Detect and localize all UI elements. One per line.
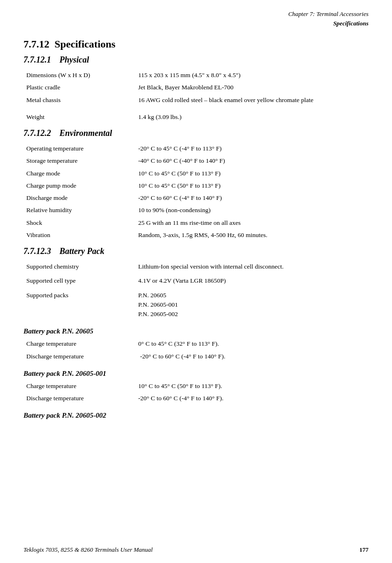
- spec-value: 1.4 kg (3.09 lbs.): [129, 107, 368, 123]
- table-row: Plastic cradleJet Black, Bayer Makroblen…: [24, 82, 368, 93]
- table-row: Weight1.4 kg (3.09 lbs.): [24, 107, 368, 123]
- spec-label: Storage temperature: [24, 155, 128, 167]
- spec-label: Operating temperature: [24, 143, 128, 154]
- physical-spec-table: Dimensions (W x H x D)115 x 203 x 115 mm…: [24, 69, 368, 124]
- section-7712-title: 7.7.12 Specifications: [24, 38, 368, 50]
- battery-subsection-1: Battery pack P.N. 20605-001Charge temper…: [24, 370, 368, 405]
- spec-value: 10 to 90% (non-condensing): [129, 205, 368, 216]
- table-row: Supported packsP.N. 20605P.N. 20605-001P…: [24, 288, 368, 320]
- battery-subsection-table-1: Charge temperature10° C to 45° C (50° F …: [24, 380, 368, 405]
- spec-label: Supported chemistry: [24, 261, 128, 272]
- spec-label: Discharge temperature: [24, 351, 128, 362]
- table-row: Charge temperature10° C to 45° C (50° F …: [24, 381, 368, 392]
- table-row: Shock25 G with an 11 ms rise-time on all…: [24, 217, 368, 229]
- spec-value: 10° C to 45° C (50° F to 113° F).: [129, 381, 368, 392]
- spec-label: Dimensions (W x H x D): [24, 70, 128, 81]
- spec-label: Metal chassis: [24, 95, 128, 106]
- page-header: Chapter 7: Terminal Accessories Specific…: [24, 9, 368, 30]
- section-line: Specifications: [24, 19, 368, 28]
- spec-value: Lithium-Ion special version with interna…: [129, 261, 368, 272]
- spec-value: -20° C to 60° C (-4° F to 140° F): [129, 192, 368, 204]
- table-row: Discharge temperature-20° C to 60° C (-4…: [24, 351, 368, 362]
- battery-subsections: Battery pack P.N. 20605Charge temperatur…: [24, 327, 368, 420]
- spec-label: Relative humidity: [24, 205, 128, 216]
- spec-value: 115 x 203 x 115 mm (4.5" x 8.0" x 4.5"): [129, 70, 368, 81]
- table-row: Dimensions (W x H x D)115 x 203 x 115 mm…: [24, 70, 368, 81]
- spec-label: Supported cell type: [24, 273, 128, 286]
- spec-label: Supported packs: [24, 288, 128, 320]
- table-row: Charge pump mode10° C to 45° C (50° F to…: [24, 180, 368, 191]
- table-row: Metal chassis16 AWG cold rolled steel – …: [24, 95, 368, 106]
- spec-value: 10° C to 45° C (50° F to 113° F): [129, 168, 368, 179]
- spec-value: -20° C to 45° C (-4° F to 113° F): [129, 143, 368, 154]
- table-row: Relative humidity10 to 90% (non-condensi…: [24, 205, 368, 216]
- table-row: Discharge mode-20° C to 60° C (-4° F to …: [24, 192, 368, 204]
- spec-value: -40° C to 60° C (-40° F to 140° F): [129, 155, 368, 167]
- spec-label: Vibration: [24, 230, 128, 241]
- spec-value: 4.1V or 4.2V (Varta LGR 18650P): [129, 273, 368, 286]
- table-row: Supported chemistryLithium-Ion special v…: [24, 261, 368, 272]
- subsection-77121-title: 7.7.12.1 Physical: [24, 55, 368, 65]
- table-row: VibrationRandom, 3-axis, 1.5g RMS, 4-500…: [24, 230, 368, 241]
- spec-value: 0° C to 45° C (32° F to 113° F).: [129, 338, 368, 349]
- spec-value: 25 G with an 11 ms rise-time on all axes: [129, 217, 368, 229]
- spec-label: Discharge temperature: [24, 393, 128, 404]
- spec-label: Plastic cradle: [24, 82, 128, 93]
- spec-value: 16 AWG cold rolled steel – black enamel …: [129, 95, 368, 106]
- spec-value: P.N. 20605P.N. 20605-001P.N. 20605-002: [129, 288, 368, 320]
- spec-label: Charge mode: [24, 168, 128, 179]
- spec-value: -20° C to 60° C (-4° F to 140° F).: [129, 351, 368, 362]
- main-content: 7.7.12 Specifications 7.7.12.1 Physical …: [24, 38, 368, 420]
- subsection-77123-title: 7.7.12.3 Battery Pack: [24, 246, 368, 256]
- spec-value: 10° C to 45° C (50° F to 113° F): [129, 180, 368, 191]
- battery-subsection-0: Battery pack P.N. 20605Charge temperatur…: [24, 327, 368, 363]
- spec-label: Shock: [24, 217, 128, 229]
- spec-label: Charge temperature: [24, 381, 128, 392]
- table-row: Storage temperature-40° C to 60° C (-40°…: [24, 155, 368, 167]
- page-footer: Teklogix 7035, 8255 & 8260 Terminals Use…: [0, 546, 392, 554]
- table-row: Operating temperature-20° C to 45° C (-4…: [24, 143, 368, 154]
- battery-subsection-2: Battery pack P.N. 20605-002: [24, 412, 368, 420]
- footer-page-number: 177: [360, 546, 369, 554]
- environmental-spec-table: Operating temperature-20° C to 45° C (-4…: [24, 142, 368, 242]
- spec-label: Charge pump mode: [24, 180, 128, 191]
- chapter-line: Chapter 7: Terminal Accessories: [24, 9, 368, 19]
- battery-subsection-title-2: Battery pack P.N. 20605-002: [24, 412, 368, 420]
- footer-left-text: Teklogix 7035, 8255 & 8260 Terminals Use…: [24, 546, 153, 554]
- battery-subsection-table-0: Charge temperature0° C to 45° C (32° F t…: [24, 337, 368, 363]
- table-row: Charge temperature0° C to 45° C (32° F t…: [24, 338, 368, 349]
- spec-label: Weight: [24, 107, 128, 123]
- battery-spec-table: Supported chemistryLithium-Ion special v…: [24, 260, 368, 321]
- subsection-77122-title: 7.7.12.2 Environmental: [24, 128, 368, 138]
- spec-label: Charge temperature: [24, 338, 128, 349]
- battery-subsection-title-1: Battery pack P.N. 20605-001: [24, 370, 368, 378]
- spec-label: Discharge mode: [24, 192, 128, 204]
- battery-subsection-title-0: Battery pack P.N. 20605: [24, 327, 368, 335]
- table-row: Charge mode10° C to 45° C (50° F to 113°…: [24, 168, 368, 179]
- spec-value: -20° C to 60° C (-4° F to 140° F).: [129, 393, 368, 404]
- table-row: Supported cell type4.1V or 4.2V (Varta L…: [24, 273, 368, 286]
- spec-value: Jet Black, Bayer Makroblend EL-700: [129, 82, 368, 93]
- table-row: Discharge temperature-20° C to 60° C (-4…: [24, 393, 368, 404]
- spec-value: Random, 3-axis, 1.5g RMS, 4-500 Hz, 60 m…: [129, 230, 368, 241]
